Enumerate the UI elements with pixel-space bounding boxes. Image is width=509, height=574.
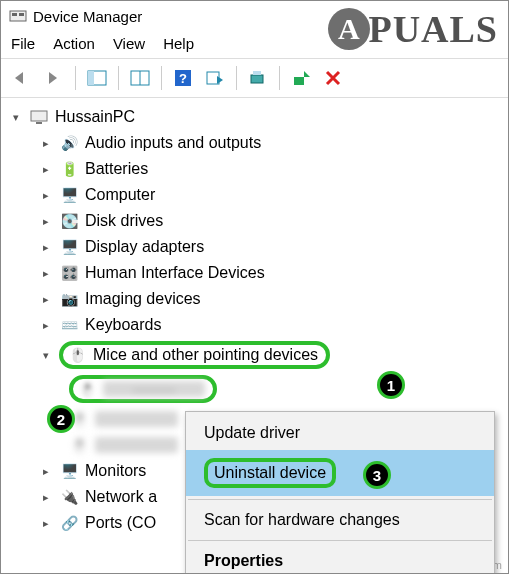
watermark-logo: A PUALS <box>328 7 498 51</box>
step-badge-3: 3 <box>363 461 391 489</box>
svg-rect-12 <box>294 77 304 85</box>
tree-label: Disk drives <box>85 212 163 230</box>
chevron-down-icon[interactable]: ▾ <box>39 349 53 362</box>
speaker-icon: 🔊 <box>59 133 79 153</box>
computer-root-icon <box>29 107 49 127</box>
toolbar-separator <box>236 66 237 90</box>
tree-label: Display adapters <box>85 238 204 256</box>
svg-rect-2 <box>19 13 24 16</box>
chevron-right-icon[interactable]: ▸ <box>39 215 53 228</box>
tree-label: Batteries <box>85 160 148 178</box>
tree-label: Network a <box>85 488 157 506</box>
properties-button[interactable] <box>125 63 155 93</box>
menu-help[interactable]: Help <box>163 35 194 52</box>
hid-icon: 🎛️ <box>59 263 79 283</box>
svg-rect-4 <box>88 71 94 85</box>
toolbar: ? <box>1 58 508 98</box>
chevron-right-icon[interactable]: ▸ <box>39 319 53 332</box>
help-button[interactable]: ? <box>168 63 198 93</box>
tree-label: Monitors <box>85 462 146 480</box>
window-title: Device Manager <box>33 8 142 25</box>
ctx-properties[interactable]: Properties <box>186 544 494 574</box>
tree-label: Imaging devices <box>85 290 201 308</box>
tree-label: Audio inputs and outputs <box>85 134 261 152</box>
chevron-right-icon[interactable]: ▸ <box>39 293 53 306</box>
update-driver-button[interactable] <box>286 63 316 93</box>
device-manager-icon <box>9 7 27 25</box>
tree-root[interactable]: ▾ HussainPC <box>5 104 504 130</box>
svg-rect-1 <box>12 13 17 16</box>
monitor-icon: 🖥️ <box>59 185 79 205</box>
chevron-right-icon[interactable]: ▸ <box>39 189 53 202</box>
chevron-right-icon[interactable]: ▸ <box>39 267 53 280</box>
svg-text:?: ? <box>179 71 187 86</box>
tree-item-hid[interactable]: ▸ 🎛️ Human Interface Devices <box>5 260 504 286</box>
mouse-icon: 🖱️ <box>77 379 97 399</box>
chevron-right-icon[interactable]: ▸ <box>39 241 53 254</box>
ports-icon: 🔗 <box>59 513 79 533</box>
blurred-device-label: ——— <box>103 381 205 397</box>
step-badge-1: 1 <box>377 371 405 399</box>
disk-icon: 💽 <box>59 211 79 231</box>
tree-label: Mice and other pointing devices <box>93 346 318 364</box>
tree-label: Computer <box>85 186 155 204</box>
tree-item-disk[interactable]: ▸ 💽 Disk drives <box>5 208 504 234</box>
chevron-right-icon[interactable]: ▸ <box>39 517 53 530</box>
watermark-text: PUALS <box>368 7 498 51</box>
mouse-icon: 🖱️ <box>67 345 87 365</box>
tree-item-display[interactable]: ▸ 🖥️ Display adapters <box>5 234 504 260</box>
tree-item-mice[interactable]: ▾ 🖱️ Mice and other pointing devices <box>5 338 504 372</box>
chevron-right-icon[interactable]: ▸ <box>39 163 53 176</box>
tree-item-keyboards[interactable]: ▸ ⌨️ Keyboards <box>5 312 504 338</box>
tree-item-mouse-device[interactable]: 🖱️ ——— <box>5 372 504 406</box>
menu-file[interactable]: File <box>11 35 35 52</box>
battery-icon: 🔋 <box>59 159 79 179</box>
menu-separator <box>188 540 492 541</box>
scan-hardware-button[interactable] <box>243 63 273 93</box>
tree-item-imaging[interactable]: ▸ 📷 Imaging devices <box>5 286 504 312</box>
watermark-a-icon: A <box>328 8 370 50</box>
svg-rect-10 <box>251 75 263 83</box>
menu-view[interactable]: View <box>113 35 145 52</box>
highlight-step3: Uninstall device <box>204 458 336 488</box>
tree-item-batteries[interactable]: ▸ 🔋 Batteries <box>5 156 504 182</box>
ctx-scan-hardware[interactable]: Scan for hardware changes <box>186 503 494 537</box>
network-icon: 🔌 <box>59 487 79 507</box>
chevron-down-icon[interactable]: ▾ <box>9 111 23 124</box>
keyboard-icon: ⌨️ <box>59 315 79 335</box>
blurred-device-label <box>95 411 178 427</box>
tree-label: Ports (CO <box>85 514 156 532</box>
uninstall-device-button[interactable] <box>318 63 348 93</box>
ctx-update-driver[interactable]: Update driver <box>186 416 494 450</box>
monitor-icon: 🖥️ <box>59 461 79 481</box>
mouse-icon: 🖱️ <box>69 435 89 455</box>
tree-item-audio[interactable]: ▸ 🔊 Audio inputs and outputs <box>5 130 504 156</box>
forward-button[interactable] <box>39 63 69 93</box>
svg-rect-14 <box>36 122 42 124</box>
highlight-step1: 🖱️ Mice and other pointing devices <box>59 341 330 369</box>
show-hide-tree-button[interactable] <box>82 63 112 93</box>
ctx-uninstall-label: Uninstall device <box>214 464 326 481</box>
back-button[interactable] <box>7 63 37 93</box>
chevron-right-icon[interactable]: ▸ <box>39 491 53 504</box>
toolbar-separator <box>279 66 280 90</box>
toolbar-separator <box>161 66 162 90</box>
camera-icon: 📷 <box>59 289 79 309</box>
tree-root-label: HussainPC <box>55 108 135 126</box>
highlight-step2: 🖱️ ——— <box>69 375 217 403</box>
tree-label: Keyboards <box>85 316 162 334</box>
chevron-right-icon[interactable]: ▸ <box>39 465 53 478</box>
blurred-device-label <box>95 437 178 453</box>
svg-rect-11 <box>253 71 261 75</box>
chevron-right-icon[interactable]: ▸ <box>39 137 53 150</box>
menu-separator <box>188 499 492 500</box>
tree-label: Human Interface Devices <box>85 264 265 282</box>
toolbar-separator <box>118 66 119 90</box>
context-menu: Update driver Uninstall device Scan for … <box>185 411 495 574</box>
toolbar-separator <box>75 66 76 90</box>
tree-item-computer[interactable]: ▸ 🖥️ Computer <box>5 182 504 208</box>
display-adapter-icon: 🖥️ <box>59 237 79 257</box>
ctx-uninstall-device[interactable]: Uninstall device <box>186 450 494 496</box>
action-button[interactable] <box>200 63 230 93</box>
menu-action[interactable]: Action <box>53 35 95 52</box>
